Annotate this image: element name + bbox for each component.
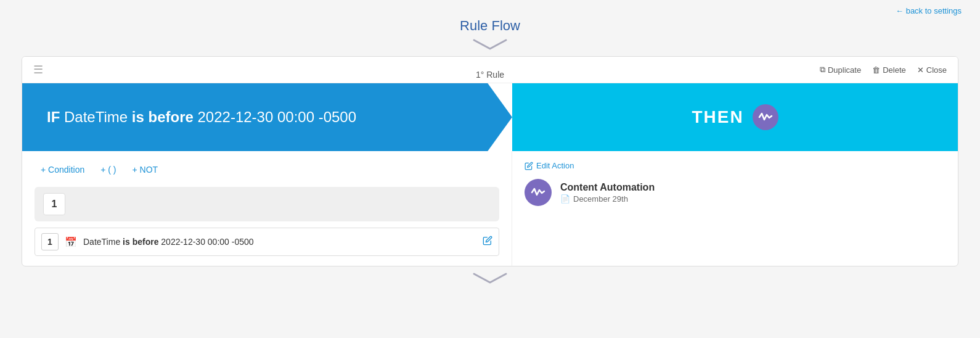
then-label: THEN xyxy=(692,107,743,127)
then-icon-circle xyxy=(753,104,778,130)
top-link[interactable]: ← back to settings xyxy=(896,6,962,15)
rule-title: 1° Rule xyxy=(476,70,504,80)
if-value: 2022-12-30 00:00 -0500 xyxy=(198,109,357,125)
edit-action-button[interactable]: Edit Action xyxy=(525,161,574,170)
duplicate-label: Duplicate xyxy=(828,65,861,75)
calendar-icon: 📅 xyxy=(65,236,77,248)
if-body: + Condition + ( ) + NOT 1 1 📅 DateTime i… xyxy=(22,151,512,266)
action-icon-circle xyxy=(525,179,552,206)
delete-icon: 🗑 xyxy=(872,65,880,75)
drag-handle-icon[interactable]: ☰ xyxy=(33,63,43,76)
action-subtitle-text: December 29th xyxy=(573,194,628,204)
action-item: Content Automation 📄 December 29th xyxy=(525,179,945,206)
rule-banner: IF DateTime is before 2022-12-30 00:00 -… xyxy=(22,83,958,151)
duplicate-icon: ⧉ xyxy=(820,65,825,75)
condition-row-number: 1 xyxy=(41,233,59,250)
action-subtitle: 📄 December 29th xyxy=(560,194,655,204)
if-operator-text: is before xyxy=(132,109,194,125)
rule-card-header: ☰ 1° Rule ⧉ Duplicate 🗑 Delete ✕ Close xyxy=(22,57,958,83)
chevron-down-icon xyxy=(472,38,508,51)
edit-action-icon xyxy=(525,162,533,170)
if-keyword: IF xyxy=(47,109,60,125)
close-button[interactable]: ✕ Close xyxy=(917,65,947,75)
condition-group: 1 xyxy=(35,187,499,221)
close-icon: ✕ xyxy=(917,65,924,75)
condition-field: DateTime xyxy=(83,237,120,247)
if-text: IF DateTime is before 2022-12-30 00:00 -… xyxy=(47,109,356,126)
duplicate-button[interactable]: ⧉ Duplicate xyxy=(820,65,861,75)
file-icon: 📄 xyxy=(560,194,570,204)
then-section: THEN xyxy=(512,83,958,151)
action-title: Content Automation xyxy=(560,182,655,193)
then-body: Edit Action Content Automation 📄 Decembe… xyxy=(512,151,958,266)
action-details: Content Automation 📄 December 29th xyxy=(560,182,655,204)
condition-edit-button[interactable] xyxy=(483,236,492,248)
delete-button[interactable]: 🗑 Delete xyxy=(872,65,906,75)
condition-value-text: 2022-12-30 00:00 -0500 xyxy=(161,237,253,247)
rule-body: + Condition + ( ) + NOT 1 1 📅 DateTime i… xyxy=(22,151,958,266)
pencil-icon xyxy=(483,236,492,245)
delete-label: Delete xyxy=(883,65,906,75)
top-link-area: ← back to settings xyxy=(0,6,980,15)
close-label: Close xyxy=(926,65,947,75)
add-group-button[interactable]: + ( ) xyxy=(94,161,122,178)
edit-action-label: Edit Action xyxy=(536,161,574,170)
bottom-chevron-icon xyxy=(472,271,508,285)
condition-toolbar: + Condition + ( ) + NOT xyxy=(35,161,499,178)
condition-text: DateTime is before 2022-12-30 00:00 -050… xyxy=(83,237,476,247)
condition-group-number: 1 xyxy=(43,193,65,215)
add-not-button[interactable]: + NOT xyxy=(126,161,165,178)
action-activity-icon xyxy=(531,185,545,200)
add-condition-button[interactable]: + Condition xyxy=(35,161,91,178)
rule-flow-heading: Rule Flow xyxy=(460,18,520,34)
rule-card-actions: ⧉ Duplicate 🗑 Delete ✕ Close xyxy=(820,65,947,75)
condition-operator-text: is before xyxy=(123,237,158,247)
if-section: IF DateTime is before 2022-12-30 00:00 -… xyxy=(22,83,512,151)
rule-card: ☰ 1° Rule ⧉ Duplicate 🗑 Delete ✕ Close I… xyxy=(22,56,958,266)
if-field: DateTime xyxy=(64,109,128,125)
activity-icon xyxy=(758,110,773,125)
condition-row: 1 📅 DateTime is before 2022-12-30 00:00 … xyxy=(35,228,499,256)
